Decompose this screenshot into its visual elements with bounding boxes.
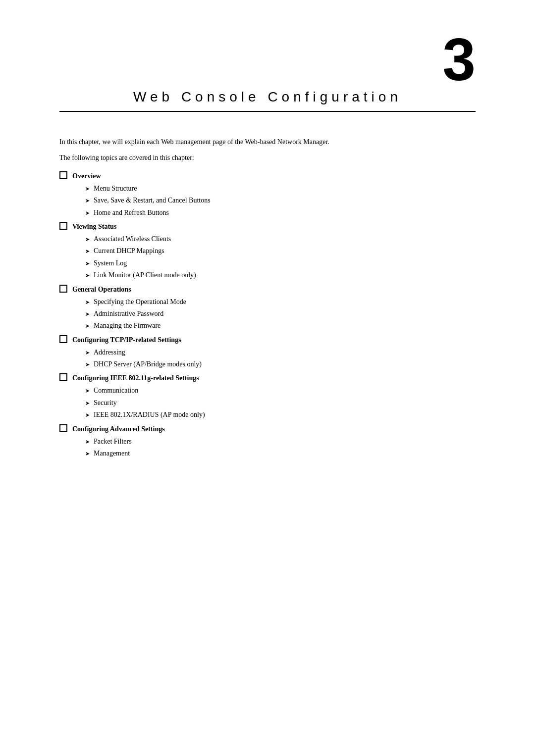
- page: 3 Web Console Configuration In this chap…: [0, 0, 535, 756]
- checkbox-icon-configuring-ieee: [59, 373, 67, 381]
- arrow-right-icon: ➤: [85, 387, 90, 396]
- arrow-right-icon: ➤: [85, 209, 90, 218]
- list-item: ➤Home and Refresh Buttons: [85, 207, 476, 218]
- list-item: ➤Menu Structure: [85, 183, 476, 194]
- list-item-label: Packet Filters: [94, 436, 132, 447]
- chapter-title: Web Console Configuration: [59, 89, 476, 112]
- arrow-right-icon: ➤: [85, 259, 90, 268]
- list-item-label: Management: [94, 448, 130, 459]
- toc-main-label-viewing-status: Viewing Status: [72, 221, 116, 232]
- intro-line2: The following topics are covered in this…: [59, 152, 476, 163]
- toc-section-configuring-ieee: Configuring IEEE 802.11g-related Setting…: [59, 373, 476, 420]
- arrow-right-icon: ➤: [85, 450, 90, 458]
- checkbox-icon-configuring-tcpip: [59, 335, 67, 343]
- toc-main-item-overview: Overview: [59, 171, 476, 181]
- list-item-label: Addressing: [94, 347, 125, 358]
- toc-main-item-configuring-ieee: Configuring IEEE 802.11g-related Setting…: [59, 373, 476, 383]
- list-item-label: System Log: [94, 258, 127, 269]
- arrow-right-icon: ➤: [85, 322, 90, 331]
- arrow-right-icon: ➤: [85, 247, 90, 256]
- toc-subitems-overview: ➤Menu Structure➤Save, Save & Restart, an…: [85, 183, 476, 218]
- list-item: ➤Administrative Password: [85, 308, 476, 319]
- list-item: ➤Communication: [85, 385, 476, 396]
- toc-section-overview: Overview➤Menu Structure➤Save, Save & Res…: [59, 171, 476, 218]
- arrow-right-icon: ➤: [85, 411, 90, 420]
- arrow-right-icon: ➤: [85, 438, 90, 447]
- list-item-label: Managing the Firmware: [94, 320, 160, 331]
- toc-subitems-configuring-ieee: ➤Communication➤Security➤IEEE 802.1X/RADI…: [85, 385, 476, 420]
- chapter-number: 3: [59, 30, 476, 89]
- checkbox-icon-configuring-advanced: [59, 424, 67, 432]
- toc-subitems-general-operations: ➤Specifying the Operational Mode➤Adminis…: [85, 297, 476, 332]
- arrow-right-icon: ➤: [85, 197, 90, 205]
- toc-main-label-configuring-tcpip: Configuring TCP/IP-related Settings: [72, 335, 181, 345]
- list-item-label: Link Monitor (AP Client mode only): [94, 270, 196, 281]
- arrow-right-icon: ➤: [85, 185, 90, 194]
- toc-subitems-configuring-tcpip: ➤Addressing➤DHCP Server (AP/Bridge modes…: [85, 347, 476, 370]
- list-item-label: Specifying the Operational Mode: [94, 297, 186, 307]
- list-item: ➤Specifying the Operational Mode: [85, 297, 476, 307]
- list-item: ➤Current DHCP Mappings: [85, 246, 476, 256]
- arrow-right-icon: ➤: [85, 271, 90, 280]
- list-item-label: Current DHCP Mappings: [94, 246, 164, 256]
- list-item-label: Communication: [94, 385, 138, 396]
- toc-subitems-viewing-status: ➤Associated Wireless Clients➤Current DHC…: [85, 234, 476, 281]
- toc-section-configuring-advanced: Configuring Advanced Settings➤Packet Fil…: [59, 424, 476, 459]
- list-item-label: Home and Refresh Buttons: [94, 207, 169, 218]
- toc-main-item-viewing-status: Viewing Status: [59, 221, 476, 232]
- toc-section-general-operations: General Operations➤Specifying the Operat…: [59, 284, 476, 332]
- toc-section-viewing-status: Viewing Status➤Associated Wireless Clien…: [59, 221, 476, 281]
- list-item: ➤DHCP Server (AP/Bridge modes only): [85, 359, 476, 370]
- arrow-right-icon: ➤: [85, 399, 90, 408]
- toc-main-item-configuring-tcpip: Configuring TCP/IP-related Settings: [59, 335, 476, 345]
- list-item: ➤Associated Wireless Clients: [85, 234, 476, 245]
- list-item-label: Administrative Password: [94, 308, 163, 319]
- list-item-label: Security: [94, 398, 117, 408]
- list-item: ➤IEEE 802.1X/RADIUS (AP mode only): [85, 409, 476, 420]
- toc-main-label-configuring-advanced: Configuring Advanced Settings: [72, 424, 165, 434]
- checkbox-icon-viewing-status: [59, 222, 67, 230]
- toc-main-label-configuring-ieee: Configuring IEEE 802.11g-related Setting…: [72, 373, 199, 383]
- checkbox-icon-general-operations: [59, 285, 67, 293]
- arrow-right-icon: ➤: [85, 349, 90, 357]
- list-item-label: IEEE 802.1X/RADIUS (AP mode only): [94, 409, 205, 420]
- toc-section-configuring-tcpip: Configuring TCP/IP-related Settings➤Addr…: [59, 335, 476, 370]
- list-item: ➤Security: [85, 398, 476, 408]
- arrow-right-icon: ➤: [85, 235, 90, 244]
- list-item-label: Associated Wireless Clients: [94, 234, 171, 245]
- arrow-right-icon: ➤: [85, 298, 90, 307]
- list-item: ➤Packet Filters: [85, 436, 476, 447]
- list-item: ➤System Log: [85, 258, 476, 269]
- list-item: ➤Addressing: [85, 347, 476, 358]
- list-item: ➤Link Monitor (AP Client mode only): [85, 270, 476, 281]
- list-item-label: DHCP Server (AP/Bridge modes only): [94, 359, 202, 370]
- list-item: ➤Management: [85, 448, 476, 459]
- list-item-label: Save, Save & Restart, and Cancel Buttons: [94, 195, 211, 206]
- list-item: ➤Managing the Firmware: [85, 320, 476, 331]
- toc-subitems-configuring-advanced: ➤Packet Filters➤Management: [85, 436, 476, 459]
- toc-main-item-general-operations: General Operations: [59, 284, 476, 295]
- list-item-label: Menu Structure: [94, 183, 137, 194]
- arrow-right-icon: ➤: [85, 310, 90, 319]
- intro-line1: In this chapter, we will explain each We…: [59, 137, 476, 148]
- checkbox-icon-overview: [59, 171, 67, 179]
- toc-main-label-overview: Overview: [72, 171, 101, 181]
- toc-main-label-general-operations: General Operations: [72, 284, 131, 295]
- arrow-right-icon: ➤: [85, 360, 90, 369]
- toc-main-item-configuring-advanced: Configuring Advanced Settings: [59, 424, 476, 434]
- table-of-contents: Overview➤Menu Structure➤Save, Save & Res…: [59, 171, 476, 459]
- list-item: ➤Save, Save & Restart, and Cancel Button…: [85, 195, 476, 206]
